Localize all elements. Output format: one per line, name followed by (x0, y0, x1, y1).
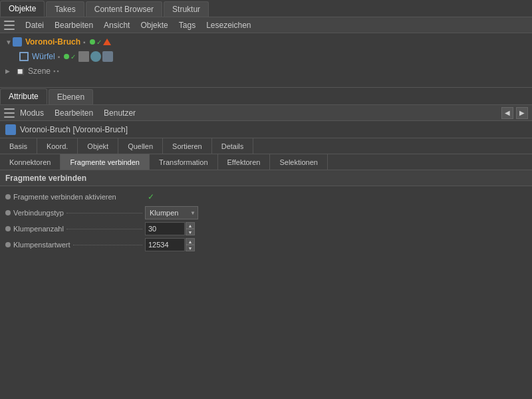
prop-tabs-row1: Basis Koord. Objekt Quellen Sortieren De… (0, 138, 532, 154)
menu-ansicht[interactable]: Ansicht (98, 19, 135, 31)
wuerfel-indicators: ▪ ✓ (58, 51, 114, 62)
attr-menu-benutzer[interactable]: Benutzer (98, 107, 141, 119)
tag-icon-2 (90, 51, 101, 62)
prop-tab-effektoren[interactable]: Effektoren (218, 154, 271, 170)
checkmark-icon-2: ✓ (70, 53, 76, 61)
prop-tab-fragmente-verbinden[interactable]: Fragmente verbinden (61, 154, 150, 170)
field-dot-klumpenanzahl (5, 226, 11, 231)
tab-takes[interactable]: Takes (46, 1, 84, 17)
prop-tabs-row2: Konnektoren Fragmente verbinden Transfor… (0, 154, 532, 170)
tab-objekte[interactable]: Objekte (0, 1, 45, 17)
dotted-line-3 (73, 245, 142, 245)
klumpenstartwert-up[interactable]: ▲ (186, 238, 195, 245)
attr-nav-buttons: ◀ ▶ (501, 107, 528, 119)
field-dot-aktivieren (5, 194, 11, 200)
tag-icon-3 (102, 51, 113, 62)
verbindungstyp-select[interactable]: Klumpen Alle Keine (145, 206, 198, 219)
attr-menu-bearbeiten[interactable]: Bearbeiten (49, 107, 98, 119)
klumpenstartwert-down[interactable]: ▼ (186, 245, 195, 251)
field-dot-klumpenstartwert (5, 242, 11, 247)
szene-indicator-1: ▪ (53, 68, 55, 74)
voronoi-object-icon (12, 37, 23, 47)
hamburger-icon[interactable] (4, 21, 15, 30)
field-row-klumpenanzahl: Klumpenanzahl ▲ ▼ (0, 221, 532, 237)
object-title-icon (5, 124, 16, 135)
prop-tab-transformation[interactable]: Transformation (150, 154, 218, 170)
green-dot-1 (90, 39, 95, 45)
klumpenstartwert-spinner: ▲ ▼ (145, 238, 195, 251)
menu-bearbeiten[interactable]: Bearbeiten (49, 19, 98, 31)
tab-ebenen[interactable]: Ebenen (49, 89, 93, 104)
warning-triangle-icon (103, 39, 111, 45)
field-row-klumpenstartwert: Klumpenstartwert ▲ ▼ (0, 237, 532, 253)
szene-name: Szene (28, 66, 51, 76)
klumpenanzahl-up[interactable]: ▲ (186, 222, 195, 229)
expand-icon-szene[interactable]: ▶ (5, 68, 15, 74)
section-header: Fragmente verbinden (0, 170, 532, 186)
top-tab-bar: Objekte Takes Content Browser Struktur (0, 0, 532, 17)
field-label-aktivieren-text: Fragmente verbinden aktivieren (13, 193, 116, 201)
tab-struktur[interactable]: Struktur (164, 1, 209, 17)
object-row-szene[interactable]: ▶ 🔲 Szene ▪ ▪ (0, 64, 532, 78)
attr-menu-modus[interactable]: Modus (20, 107, 49, 119)
scene-object-icon: 🔲 (15, 68, 25, 75)
verbindungstyp-dropdown-wrap: Klumpen Alle Keine ▼ (145, 206, 198, 219)
object-title-row: Voronoi-Bruch [Voronoi-Bruch] (0, 121, 532, 138)
section-header-text: Fragmente verbinden (5, 174, 86, 183)
attr-menu-bar: Modus Bearbeiten Benutzer ◀ ▶ (0, 105, 532, 121)
wuerfel-name: Würfel (32, 52, 55, 61)
menu-bar: Datei Bearbeiten Ansicht Objekte Tags Le… (0, 17, 532, 33)
attr-hamburger-icon[interactable] (4, 108, 15, 118)
object-row-wuerfel[interactable]: Würfel ▪ ✓ (0, 49, 532, 64)
tag-icon-1 (78, 51, 89, 62)
menu-objekte[interactable]: Objekte (135, 19, 173, 31)
expand-icon-voronoi[interactable]: ▼ (5, 39, 12, 46)
prop-tab-quellen[interactable]: Quellen (118, 138, 163, 154)
object-row-voronoi[interactable]: ▼ Voronoi-Bruch ▪ ✓ (0, 35, 532, 49)
dotted-line-1 (66, 213, 142, 213)
klumpenanzahl-arrows: ▲ ▼ (186, 222, 195, 235)
prop-tab-sortieren[interactable]: Sortieren (163, 138, 212, 154)
objects-panel: ▼ Voronoi-Bruch ▪ ✓ Würfel ▪ ✓ (0, 33, 532, 88)
prop-tab-basis[interactable]: Basis (0, 138, 37, 154)
tab-attribute[interactable]: Attribute (0, 88, 47, 104)
prop-tab-details[interactable]: Details (212, 138, 254, 154)
cube-object-icon (19, 51, 29, 62)
field-label-aktivieren: Fragmente verbinden aktivieren (5, 193, 145, 201)
checkmark-icon-1: ✓ (96, 39, 102, 46)
attr-tab-bar: Attribute Ebenen (0, 88, 532, 105)
szene-indicator-2: ▪ (57, 68, 59, 74)
klumpenstartwert-input[interactable] (145, 238, 185, 251)
klumpenanzahl-down[interactable]: ▼ (186, 229, 195, 235)
aktivieren-checkmark[interactable]: ✓ (148, 192, 154, 201)
field-row-verbindungstyp: Verbindungstyp Klumpen Alle Keine ▼ (0, 205, 532, 221)
prop-tab-koord[interactable]: Koord. (37, 138, 78, 154)
field-label-verbindungstyp: Verbindungstyp (5, 209, 145, 217)
field-label-klumpenstartwert-text: Klumpenstartwert (13, 241, 70, 249)
field-dot-verbindungstyp (5, 210, 11, 215)
klumpenstartwert-arrows: ▲ ▼ (186, 238, 195, 251)
prop-tab-konnektoren[interactable]: Konnektoren (0, 154, 61, 170)
menu-tags[interactable]: Tags (174, 19, 201, 31)
prop-tab-objekt[interactable]: Objekt (78, 138, 118, 154)
attr-menu-left: Modus Bearbeiten Benutzer (4, 107, 141, 119)
nav-left-btn[interactable]: ◀ (501, 107, 513, 119)
menu-lesezeichen[interactable]: Lesezeichen (201, 19, 256, 31)
klumpenanzahl-input[interactable] (145, 222, 185, 235)
object-title-text: Voronoi-Bruch [Voronoi-Bruch] (20, 125, 128, 134)
menu-datei[interactable]: Datei (20, 19, 49, 31)
voronoi-indicators: ▪ ✓ (83, 39, 111, 46)
form-area: Fragmente verbinden aktivieren ✓ Verbind… (0, 186, 532, 255)
voronoi-name: Voronoi-Bruch (25, 37, 80, 47)
green-dot-2 (64, 54, 69, 59)
field-row-aktivieren: Fragmente verbinden aktivieren ✓ (0, 189, 532, 205)
klumpenanzahl-spinner: ▲ ▼ (145, 222, 195, 235)
field-label-klumpenstartwert: Klumpenstartwert (5, 241, 145, 249)
field-label-verbindungstyp-text: Verbindungstyp (13, 209, 64, 217)
prop-tab-selektionen[interactable]: Selektionen (270, 154, 328, 170)
field-label-klumpenanzahl-text: Klumpenanzahl (13, 225, 64, 233)
field-label-klumpenanzahl: Klumpenanzahl (5, 225, 145, 233)
tab-content-browser[interactable]: Content Browser (86, 1, 162, 17)
nav-right-btn[interactable]: ▶ (516, 107, 528, 119)
dotted-line-2 (66, 229, 142, 229)
